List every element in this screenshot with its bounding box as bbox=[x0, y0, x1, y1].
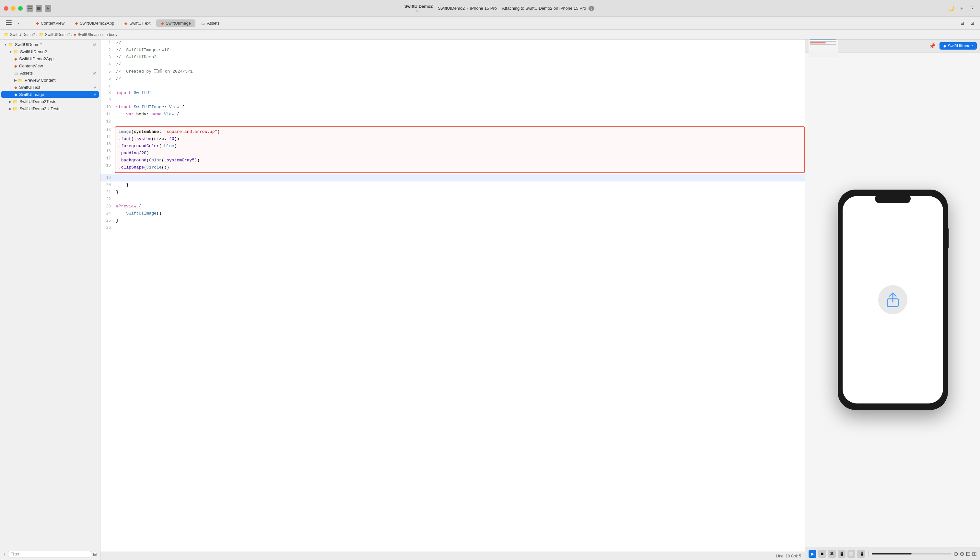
sidebar-item-root[interactable]: ▼ 📁 SwiftUIDemo2 M bbox=[1, 41, 99, 48]
swift-icon-4: ◆ bbox=[161, 21, 164, 26]
sidebar-item-preview-content[interactable]: ▶ 📁 Preview Content bbox=[1, 77, 99, 83]
code-line-24: 24 SwiftUIImage() bbox=[100, 210, 805, 217]
code-line-16-num: 16 bbox=[100, 148, 115, 155]
code-line-23: 23 #Preview { bbox=[100, 203, 805, 210]
tab-app[interactable]: ◆ SwiftUIDemo2App bbox=[70, 20, 118, 27]
breadcrumb-item-3[interactable]: ◆ SwiftUIImage bbox=[73, 32, 100, 37]
split-view-icon[interactable]: ⊡ bbox=[968, 5, 976, 12]
filter-options-icon[interactable]: ⊟ bbox=[93, 552, 97, 557]
run-preview-button[interactable]: ▶ bbox=[808, 550, 816, 558]
sidebar-toggle[interactable] bbox=[27, 5, 33, 12]
swift-icon-3: ◆ bbox=[125, 21, 127, 26]
code-line-1: 1 // bbox=[100, 40, 805, 47]
close-button[interactable] bbox=[4, 6, 8, 11]
sidebar-item-group[interactable]: ▼ 📁 SwiftUIDemo2 bbox=[1, 48, 99, 55]
zoom-out-button[interactable]: ⊖ bbox=[953, 550, 958, 557]
thumb-line-6 bbox=[810, 44, 837, 45]
breadcrumb-sep-2: › bbox=[71, 32, 72, 37]
back-button[interactable]: ‹ bbox=[15, 20, 22, 27]
code-line-12: 12 bbox=[100, 118, 805, 125]
sidebar: ▼ 📁 SwiftUIDemo2 M ▼ 📁 SwiftUIDemo2 ◆ Sw… bbox=[0, 40, 100, 560]
zoom-fit-button[interactable]: ⊟ bbox=[966, 550, 971, 557]
stop-preview-button[interactable]: ⏹ bbox=[818, 550, 826, 558]
sidebar-preview-label: Preview Content bbox=[25, 78, 96, 83]
assets-badge: M bbox=[93, 71, 96, 75]
phone-mockup bbox=[838, 190, 948, 410]
sidebar-group-label: SwiftUIDemo2 bbox=[20, 49, 96, 54]
navigator-toggle[interactable] bbox=[3, 20, 14, 27]
add-file-icon[interactable]: + bbox=[3, 551, 6, 557]
zoom-slider[interactable] bbox=[872, 553, 952, 555]
sidebar-item-assets[interactable]: 🗂 Assets M bbox=[1, 70, 99, 77]
tab-uitext[interactable]: ◆ SwiftUIText bbox=[120, 20, 155, 27]
svg-rect-3 bbox=[37, 7, 40, 10]
mirror-button[interactable]: 📲 bbox=[857, 550, 865, 558]
breadcrumb-item-4[interactable]: ◻ body bbox=[105, 32, 117, 37]
code-line-11: 11 var body: some View { bbox=[100, 111, 805, 118]
code-line-2: 2 // SwiftUIImage.swift bbox=[100, 47, 805, 54]
svg-rect-1 bbox=[28, 8, 32, 9]
phone-side-button bbox=[948, 228, 949, 248]
svg-rect-2 bbox=[28, 10, 32, 10]
inspector-toggle[interactable]: ⊡ bbox=[968, 20, 977, 27]
add-button[interactable]: + bbox=[958, 5, 966, 12]
maximize-button[interactable] bbox=[18, 6, 23, 11]
sidebar-uitext-label: SwiftUIText bbox=[19, 85, 94, 90]
code-area[interactable]: 1 // 2 // SwiftUIImage.swift 3 // SwiftU… bbox=[100, 40, 805, 552]
sidebar-item-tests[interactable]: ▶ 📁 SwiftUIDemo2Tests bbox=[1, 98, 99, 105]
tab-uiimage[interactable]: ◆ SwiftUIImage bbox=[156, 20, 195, 27]
stop-button[interactable] bbox=[36, 5, 42, 12]
run-button[interactable] bbox=[45, 5, 51, 12]
layout-button[interactable]: ⬜ bbox=[847, 550, 855, 558]
breadcrumb-item-1[interactable]: 📁 SwiftUIDemo2 bbox=[4, 32, 35, 37]
sidebar-file-list: ▼ 📁 SwiftUIDemo2 M ▼ 📁 SwiftUIDemo2 ◆ Sw… bbox=[0, 40, 100, 548]
status-badge: 3 bbox=[588, 6, 594, 11]
svg-rect-0 bbox=[28, 7, 32, 7]
device-preview-button[interactable]: 📱 bbox=[838, 550, 845, 558]
code-line-3: 3 // SwiftUIDemo2 bbox=[100, 54, 805, 61]
editor-layout-split[interactable]: ⊟ bbox=[958, 20, 967, 27]
zoom-fill-button[interactable]: ⊞ bbox=[972, 550, 977, 557]
sidebar-item-uitests[interactable]: ▶ 📁 SwiftUIDemo2UITests bbox=[1, 105, 99, 112]
swift-icon-preview: ◆ bbox=[943, 44, 946, 48]
tab-contentview[interactable]: ◆ ContentView bbox=[32, 20, 69, 27]
preview-toolbar-bottom: ▶ ⏹ ⌘ 📱 ⬜ 📲 ⊖ ⊕ ⊟ ⊞ bbox=[805, 547, 980, 560]
share-icon-display bbox=[878, 285, 907, 314]
zoom-in-button[interactable]: ⊕ bbox=[960, 550, 965, 557]
breadcrumb-item-2[interactable]: 📁 SwiftUIDemo2 bbox=[39, 32, 70, 37]
code-line-21: 21 } bbox=[100, 188, 805, 196]
body-icon: ◻ bbox=[105, 32, 108, 37]
swift-icon: ◆ bbox=[36, 21, 39, 26]
code-line-15-num: 15 bbox=[100, 141, 115, 148]
code-line-20: 20 } bbox=[100, 182, 805, 188]
sidebar-item-uiimage[interactable]: ◆ SwiftUIImage A bbox=[1, 91, 99, 98]
forward-button[interactable]: › bbox=[23, 20, 30, 27]
sidebar-item-uitext[interactable]: ◆ SwiftUIText A bbox=[1, 84, 99, 91]
preview-folder-icon: 📁 bbox=[18, 78, 23, 83]
uiimage-badge: A bbox=[94, 93, 96, 97]
sidebar-root-label: SwiftUIDemo2 bbox=[15, 42, 93, 47]
preview-name-button[interactable]: ◆ SwiftUIImage bbox=[940, 42, 977, 50]
code-line-7: 7 bbox=[100, 82, 805, 90]
preview-panel: 📌 ◆ SwiftUIImage bbox=[805, 40, 980, 560]
swift-file-icon-2: ◆ bbox=[14, 64, 17, 68]
box-line-14: .font(.system(size: 40)) bbox=[118, 135, 801, 143]
box-line-17: .background(Color(.systemGray5)) bbox=[118, 157, 801, 164]
folder-icon-2: 📁 bbox=[39, 32, 44, 37]
svg-rect-7 bbox=[6, 24, 12, 25]
assets-sidebar-icon: 🗂 bbox=[14, 71, 18, 75]
line-numbers-box: 13 14 15 16 bbox=[100, 127, 115, 173]
inspect-button[interactable]: ⌘ bbox=[828, 550, 836, 558]
sidebar-assets-label: Assets bbox=[20, 71, 93, 75]
code-line-5: 5 // Created by 王维 on 2024/5/1. bbox=[100, 68, 805, 75]
phone-notch bbox=[875, 194, 911, 203]
moon-icon[interactable]: 🌙 bbox=[948, 5, 955, 12]
sidebar-item-app[interactable]: ◆ SwiftUIDemo2App bbox=[1, 55, 99, 62]
tab-assets[interactable]: 🗂 Assets bbox=[197, 20, 224, 27]
pin-button[interactable]: 📌 bbox=[927, 42, 938, 50]
sidebar-item-contentview[interactable]: ◆ ContentView bbox=[1, 63, 99, 69]
minimize-button[interactable] bbox=[11, 6, 15, 11]
filter-input[interactable] bbox=[8, 551, 91, 557]
sidebar-bottom: + ⊟ bbox=[0, 548, 100, 560]
swift-icon-bc: ◆ bbox=[73, 32, 76, 37]
